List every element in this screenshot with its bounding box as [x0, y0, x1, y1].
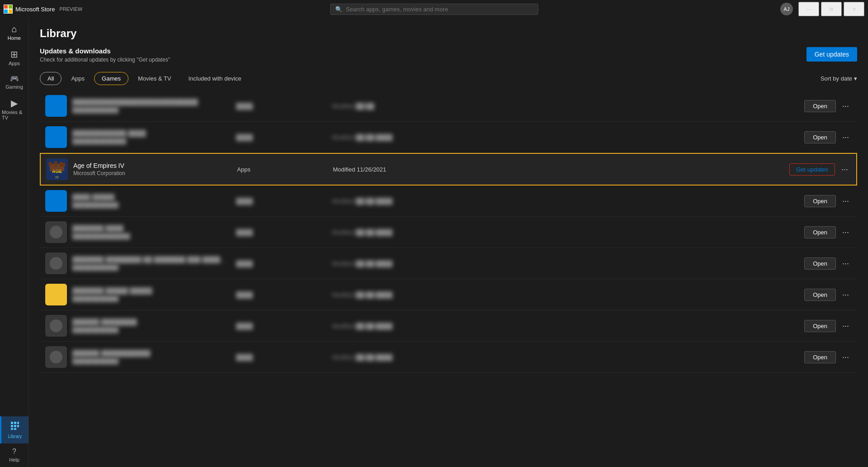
app-info-row4: ████ █████████████████	[72, 194, 231, 208]
svg-rect-20	[60, 162, 62, 167]
app-modified-row6: Modified ██/██/████	[332, 260, 799, 267]
app-icon-row9	[45, 346, 67, 368]
filter-tab-all[interactable]: All	[40, 72, 62, 85]
svg-rect-3	[9, 10, 12, 13]
app-modified-row8: Modified ██/██/████	[332, 323, 799, 329]
updates-info: Updates & downloads Check for additional…	[40, 47, 170, 63]
open-button-row8[interactable]: Open	[804, 320, 836, 332]
app-row-row8: ██████ ████████████████████████Modified …	[40, 310, 857, 342]
sidebar-item-gaming[interactable]: 🎮 Gaming	[0, 71, 28, 94]
filter-bar: All Apps Games Movies & TV Included with…	[40, 72, 857, 85]
sidebar-item-apps[interactable]: ⊞ Apps	[0, 45, 28, 71]
app-actions-row1: Open···	[804, 100, 852, 112]
library-icon	[10, 421, 20, 432]
minimize-button[interactable]: —	[798, 2, 819, 16]
open-button-row4[interactable]: Open	[804, 195, 836, 207]
app-publisher-row5: ███████████████	[72, 233, 231, 239]
app-publisher-row9: ████████████	[72, 358, 231, 364]
app-publisher-row1: ████████████	[72, 107, 231, 113]
sidebar-item-home[interactable]: ⌂ Home	[0, 20, 28, 45]
app-icon-row1	[45, 95, 67, 117]
sort-by-container[interactable]: Sort by date ▾	[821, 75, 857, 82]
app-name-row9: ██████ ███████████	[72, 350, 231, 357]
sort-by-chevron: ▾	[854, 75, 857, 82]
more-button-row8[interactable]: ···	[840, 320, 852, 332]
sidebar-item-help-label: Help	[9, 457, 19, 462]
app-modified-row1: Modified ██/██	[332, 103, 799, 110]
more-button-row5[interactable]: ···	[840, 227, 852, 238]
open-button-row6[interactable]: Open	[804, 257, 836, 270]
search-bar[interactable]: 🔍	[330, 4, 538, 15]
more-button-row6[interactable]: ···	[840, 258, 852, 269]
app-publisher-row6: ████████████	[72, 264, 231, 271]
app-title: Microsoft Store	[15, 6, 55, 13]
search-input[interactable]	[346, 6, 533, 13]
search-icon: 🔍	[335, 6, 342, 13]
close-button[interactable]: ✕	[844, 2, 864, 16]
get-updates-row-button-row3[interactable]: Get updates	[789, 163, 835, 176]
app-row-row3: AGE IV Age of Empires IVMicrosoft Corpor…	[40, 153, 857, 186]
app-modified-row5: Modified ██/██/████	[332, 229, 799, 236]
open-button-row9[interactable]: Open	[804, 351, 836, 363]
app-category-row1: ████	[236, 103, 327, 110]
app-name-row5: ███████ ████	[72, 225, 231, 232]
svg-rect-22	[49, 194, 63, 208]
app-category-row2: ████	[236, 134, 327, 141]
svg-point-23	[50, 226, 62, 238]
apps-icon: ⊞	[10, 50, 18, 59]
user-avatar[interactable]: AJ	[780, 3, 793, 15]
app-modified-row3: Modified 11/26/2021	[333, 166, 784, 173]
app-name-row2: ████████████ ████	[72, 130, 231, 137]
sidebar-bottom: Library ? Help	[0, 416, 28, 467]
open-button-row7[interactable]: Open	[804, 289, 836, 301]
open-button-row1[interactable]: Open	[804, 100, 836, 112]
more-button-row3[interactable]: ···	[839, 164, 851, 175]
app-actions-row3: Get updates···	[789, 163, 851, 176]
app-row-row6: ███████ ████████ ██ ███████ ███ ██████ █…	[40, 248, 857, 279]
sidebar-item-help[interactable]: ? Help	[0, 443, 28, 467]
more-button-row9[interactable]: ···	[840, 352, 852, 363]
content-area: Library Updates & downloads Check for ad…	[29, 18, 868, 467]
app-publisher-row7: ████████████	[72, 295, 231, 302]
svg-rect-10	[11, 428, 13, 430]
filter-tab-games[interactable]: Games	[94, 72, 128, 85]
open-button-row2[interactable]: Open	[804, 131, 836, 143]
updates-title: Updates & downloads	[40, 47, 170, 55]
svg-rect-9	[17, 425, 19, 427]
get-updates-top-button[interactable]: Get updates	[806, 47, 857, 62]
svg-rect-0	[4, 5, 8, 9]
sidebar-item-movies[interactable]: ▶ Movies & TV	[0, 94, 28, 125]
main-layout: ⌂ Home ⊞ Apps 🎮 Gaming ▶ Movies & TV	[0, 18, 868, 467]
restore-button[interactable]: ⧉	[821, 2, 842, 16]
app-publisher-row2: ██████████████	[72, 138, 231, 144]
filter-tab-movies[interactable]: Movies & TV	[130, 72, 179, 85]
app-row-row4: ████ █████████████████████Modified ██/██…	[40, 186, 857, 217]
app-category-row6: ████	[236, 260, 327, 267]
app-name-row1: ████████████████████████████	[72, 99, 231, 106]
app-name-row6: ███████ ████████ ██ ███████ ███ ██████ █…	[72, 256, 231, 263]
filter-tab-apps[interactable]: Apps	[63, 72, 92, 85]
app-actions-row6: Open···	[804, 257, 852, 270]
help-icon: ?	[12, 448, 16, 455]
more-button-row7[interactable]: ···	[840, 289, 852, 300]
svg-rect-21	[62, 163, 65, 167]
app-publisher-row4: ████████████	[72, 202, 231, 208]
more-button-row2[interactable]: ···	[840, 132, 852, 143]
app-info-row1: ████████████████████████████████████████	[72, 99, 231, 113]
sidebar-item-library[interactable]: Library	[0, 416, 28, 443]
svg-rect-4	[11, 422, 13, 424]
more-button-row1[interactable]: ···	[840, 100, 852, 112]
filter-tab-included[interactable]: Included with device	[180, 72, 249, 85]
movies-icon: ▶	[11, 99, 18, 108]
app-actions-row7: Open···	[804, 289, 852, 301]
sidebar-item-gaming-label: Gaming	[5, 84, 23, 90]
app-info-row9: ██████ ███████████████████████	[72, 350, 231, 364]
open-button-row5[interactable]: Open	[804, 226, 836, 238]
app-category-row4: ████	[236, 198, 327, 205]
app-row-row1: ████████████████████████████████████████…	[40, 91, 857, 122]
app-info-row3: Age of Empires IVMicrosoft Corporation	[73, 162, 232, 176]
app-list: ████████████████████████████████████████…	[40, 91, 857, 467]
more-button-row4[interactable]: ···	[840, 195, 852, 207]
app-icon-row3: AGE IV	[46, 158, 68, 180]
app-category-row9: ████	[236, 354, 327, 361]
